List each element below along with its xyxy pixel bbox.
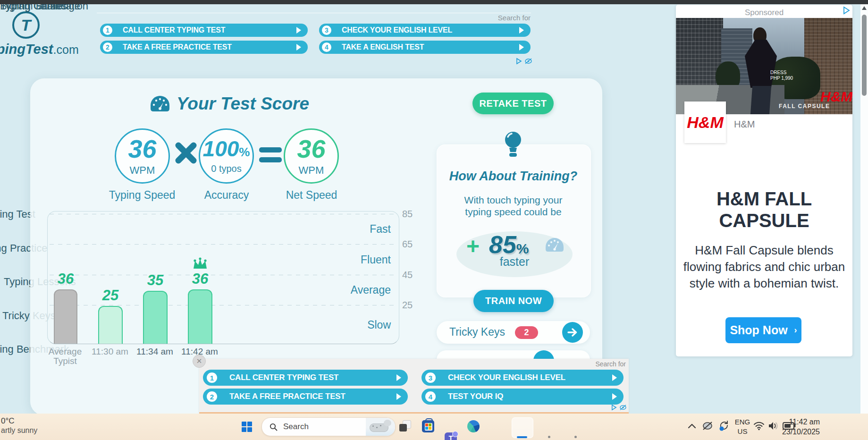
sponsored-label: Sponsored — [676, 8, 852, 17]
top-ad-link-2[interactable]: 2 TAKE A FREE PRACTICE TEST — [100, 41, 308, 54]
scrollbar-thumb[interactable] — [862, 15, 867, 96]
ad-number-badge: 2 — [103, 42, 112, 52]
top-ad-link-4[interactable]: 4 TAKE A ENGLISH TEST — [319, 41, 531, 54]
gridline-85 — [50, 214, 397, 214]
tray-chevron-up-icon[interactable] — [688, 423, 696, 429]
search-highlight-image[interactable] — [366, 418, 395, 436]
arrow-right-icon — [396, 374, 401, 381]
typos-count: 0 typos — [211, 163, 241, 174]
language-switcher[interactable]: ENGUS — [734, 417, 750, 436]
task-view-icon[interactable] — [399, 420, 412, 432]
adchoices-icon[interactable] — [842, 6, 851, 15]
arrow-right-icon — [612, 374, 617, 381]
weather-condition[interactable]: artly sunny — [1, 426, 37, 435]
search-icon — [270, 423, 278, 431]
bottom-ad-adchoices[interactable] — [611, 404, 627, 411]
sync-update-icon[interactable] — [717, 419, 731, 432]
hide-ad-eye-icon[interactable] — [524, 58, 532, 65]
hm-logo-tile[interactable]: H&M — [684, 102, 726, 143]
bar — [188, 289, 212, 344]
clock[interactable]: 11:42 am 23/10/2025 — [773, 417, 820, 437]
wifi-icon[interactable] — [753, 421, 765, 431]
taskbar: 0°C artly sunny Search T ?! — [0, 414, 868, 440]
site-wordmark[interactable]: TypingTest.com — [0, 42, 79, 57]
active-app-plate — [512, 417, 533, 438]
hm-photo-logo: H&M — [820, 89, 852, 105]
equals-icon — [259, 147, 282, 162]
bar — [98, 306, 123, 344]
typing-speed-unit: WPM — [130, 164, 155, 177]
net-speed-unit: WPM — [299, 164, 324, 177]
band-label-slow: Slow — [330, 319, 391, 331]
teams-icon[interactable]: T — [445, 432, 457, 440]
lightbulb-icon — [501, 130, 525, 160]
speedometer-small-icon — [544, 237, 565, 253]
gridline-65 — [50, 244, 397, 245]
window-top-bar — [0, 0, 868, 4]
top-ad-link-1[interactable]: 1 CALL CENTER TYPING TEST — [100, 24, 308, 37]
photo-model-jeans — [750, 86, 771, 114]
accuracy-circle: 100 % 0 typos — [199, 128, 254, 184]
adchoices-icon[interactable] — [515, 58, 522, 65]
shop-now-button[interactable]: Shop Now › — [725, 317, 801, 343]
gridline-45 — [50, 275, 397, 275]
hide-ad-eye-icon[interactable] — [619, 404, 627, 411]
arrow-right-icon — [519, 27, 524, 34]
arrow-right-icon — [296, 44, 301, 51]
x-label-11-30: 11:30 am — [86, 347, 134, 356]
arrow-right-icon — [519, 44, 524, 51]
start-button[interactable] — [242, 422, 252, 432]
time: 11:42 am — [773, 417, 820, 427]
train-now-button[interactable]: TRAIN NOW — [473, 290, 554, 312]
bottom-ad-link-3[interactable]: 3 CHECK YOUR ENGLISH LEVEL — [421, 370, 624, 386]
ad-photo[interactable]: DRESSPHP 1,990 FALL CAPSULE H&M — [676, 18, 852, 114]
microsoft-store-icon[interactable] — [422, 420, 434, 432]
active-app-indicator — [517, 436, 527, 438]
arrow-right-icon — [612, 393, 617, 400]
bar-average-typist: 36 — [51, 271, 81, 344]
adchoices-icon[interactable] — [611, 404, 617, 411]
ad-headline: H&M FALL CAPSULE — [685, 188, 843, 231]
band-label-average: Average — [330, 284, 391, 296]
edge-icon[interactable] — [467, 420, 480, 432]
typing-speed-label: Typing Speed — [100, 189, 185, 202]
top-ad-link-3[interactable]: 3 CHECK YOUR ENGLISH LEVEL — [319, 24, 531, 37]
y-tick-85: 85 — [402, 209, 423, 220]
eye-slash-icon[interactable] — [701, 420, 714, 432]
accuracy-label: Accuracy — [184, 189, 269, 202]
bar — [143, 291, 168, 344]
taskbar-search-box[interactable]: Search — [261, 417, 396, 436]
bottom-ad-link-1[interactable]: 1 CALL CENTER TYPING TEST — [203, 370, 408, 386]
y-tick-45: 45 — [402, 270, 423, 280]
running-indicator — [574, 436, 577, 438]
training-line-1: With touch typing your — [437, 195, 590, 206]
speedometer-icon — [149, 94, 171, 113]
typing-speed-value: 36 — [128, 136, 156, 161]
bottom-ad-link-4[interactable]: 4 TEST YOUR IQ — [421, 389, 624, 405]
weather-temperature[interactable]: 0°C — [1, 416, 15, 426]
ad-number-badge: 1 — [103, 25, 112, 35]
boost-percent: 85 % — [489, 232, 529, 257]
y-tick-25: 25 — [402, 300, 423, 311]
arrow-right-icon — [396, 393, 401, 400]
typing-speed-circle: 36 WPM — [115, 128, 170, 184]
bar-11-42-am: 36 — [185, 257, 215, 344]
ad-number-badge: 4 — [425, 391, 436, 402]
multiply-icon — [175, 142, 197, 164]
crown-icon — [192, 257, 209, 270]
bottom-ad-link-2[interactable]: 2 TAKE A FREE PRACTICE TEST — [203, 389, 408, 405]
running-indicator — [548, 436, 550, 438]
close-ad-button[interactable]: ✕ — [193, 355, 206, 368]
accuracy-value: 100 — [203, 138, 239, 160]
top-ad-adchoices[interactable] — [515, 58, 532, 65]
typingtest-logo[interactable]: T — [12, 11, 40, 39]
scrollbar-up-arrow-icon[interactable] — [862, 6, 867, 10]
search-label: Search — [283, 422, 366, 432]
ad-number-badge: 3 — [322, 25, 331, 35]
bottom-ad-panel — [199, 359, 629, 414]
bottom-ad-search-for-label: Search for — [585, 360, 626, 368]
retake-test-button[interactable]: RETAKE TEST — [472, 93, 554, 114]
page-title: Your Test Score — [177, 94, 309, 114]
tricky-keys-arrow-button[interactable] — [562, 322, 583, 343]
scrollbar[interactable] — [860, 4, 868, 414]
